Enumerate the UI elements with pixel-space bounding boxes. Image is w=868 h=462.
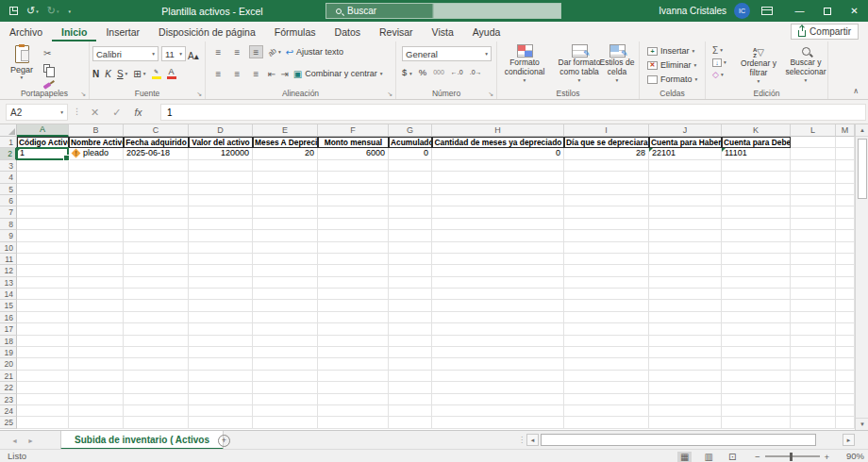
cell-K20[interactable] — [722, 358, 791, 370]
cell-A18[interactable] — [17, 336, 69, 347]
cell-E16[interactable] — [253, 312, 318, 323]
cell-E23[interactable] — [253, 394, 318, 405]
zoom-level[interactable]: 90% — [846, 451, 864, 461]
cell-L15[interactable] — [791, 300, 836, 311]
normal-view-button[interactable]: ▦ — [677, 452, 692, 462]
cell-F10[interactable] — [318, 242, 389, 254]
cell-I6[interactable] — [564, 195, 649, 206]
user-name[interactable]: Ivanna Cristales — [659, 6, 726, 16]
cell-E5[interactable] — [253, 184, 318, 195]
row-header-20[interactable]: 20 — [0, 358, 17, 370]
cell-J1[interactable]: Cuenta para Haber — [649, 137, 722, 148]
font-color-button[interactable]: A — [167, 69, 176, 79]
row-header-25[interactable]: 25 — [0, 417, 17, 428]
cell-C16[interactable] — [124, 312, 189, 323]
cell-K23[interactable] — [722, 394, 791, 405]
cell-D17[interactable] — [189, 323, 253, 335]
cell-H25[interactable] — [432, 417, 564, 428]
cell-B20[interactable] — [69, 358, 124, 370]
align-top-button[interactable]: ≡ — [211, 45, 225, 58]
dialog-launcher-icon[interactable]: ↘ — [80, 91, 86, 98]
horizontal-scroll-thumb[interactable] — [541, 434, 816, 446]
vertical-scrollbar[interactable]: ▲ ▼ — [855, 124, 868, 430]
cell-C13[interactable] — [124, 277, 189, 289]
cell-L18[interactable] — [791, 336, 836, 347]
tab-insertar[interactable]: Insertar — [96, 24, 149, 41]
cell-L25[interactable] — [791, 417, 836, 428]
customize-qat-button[interactable]: ▾ — [67, 8, 71, 14]
cell-B11[interactable] — [69, 254, 124, 265]
cell-A21[interactable] — [17, 371, 69, 382]
cell-J16[interactable] — [649, 312, 722, 323]
column-header-K[interactable]: K — [722, 124, 791, 137]
cell-I11[interactable] — [564, 254, 649, 265]
cell-K13[interactable] — [722, 277, 791, 289]
cell-K15[interactable] — [722, 300, 791, 311]
cell-F19[interactable] — [318, 347, 389, 358]
cell-L19[interactable] — [791, 347, 836, 358]
cell-L23[interactable] — [791, 394, 836, 405]
cell-I2[interactable]: 28 — [564, 148, 649, 159]
cell-E18[interactable] — [253, 336, 318, 347]
grow-font-button[interactable]: A▴ — [188, 46, 199, 61]
number-format-select[interactable]: General▾ — [402, 46, 492, 61]
cell-I14[interactable] — [564, 289, 649, 300]
spreadsheet[interactable]: ABCDEFGHIJKLM1Código ActivoNombre Activo… — [0, 124, 855, 430]
cell-H20[interactable] — [432, 358, 564, 370]
row-header-18[interactable]: 18 — [0, 336, 17, 347]
cell-J10[interactable] — [649, 242, 722, 254]
cell-K24[interactable] — [722, 405, 791, 417]
align-bottom-button[interactable]: ≡ — [249, 45, 263, 58]
cell-L6[interactable] — [791, 195, 836, 206]
formula-input[interactable]: 1 — [160, 104, 866, 121]
minimize-button[interactable]: — — [786, 0, 813, 22]
cell-C17[interactable] — [124, 323, 189, 335]
cell-H14[interactable] — [432, 289, 564, 300]
cell-K8[interactable] — [722, 219, 791, 230]
column-header-J[interactable]: J — [649, 124, 722, 137]
sheet-tab-active[interactable]: Subida de inventario ( Activos — [60, 431, 224, 450]
bold-button[interactable]: N — [92, 69, 99, 79]
cell-G17[interactable] — [389, 323, 432, 335]
cell-G9[interactable] — [389, 230, 432, 241]
share-button[interactable]: Compartir — [791, 24, 859, 40]
insert-function-button[interactable]: fx — [134, 107, 142, 118]
cell-I10[interactable] — [564, 242, 649, 254]
row-header-14[interactable]: 14 — [0, 289, 17, 300]
cell-B2[interactable]: !pleado — [69, 148, 124, 159]
clear-button[interactable]: ◇▾ — [712, 69, 726, 80]
cell-F8[interactable] — [318, 219, 389, 230]
cell-B5[interactable] — [69, 184, 124, 195]
next-sheet-icon[interactable]: ► — [27, 437, 34, 444]
cell-G1[interactable]: Acumulado — [389, 137, 432, 148]
cell-J23[interactable] — [649, 394, 722, 405]
delete-cells-button[interactable]: ✕Eliminar▾ — [647, 60, 696, 70]
cell-D11[interactable] — [189, 254, 253, 265]
cell-L1[interactable] — [791, 137, 836, 148]
cell-A10[interactable] — [17, 242, 69, 254]
column-header-E[interactable]: E — [253, 124, 318, 137]
cell-G10[interactable] — [389, 242, 432, 254]
cell-L17[interactable] — [791, 323, 836, 335]
cell-J24[interactable] — [649, 405, 722, 417]
cell-B12[interactable] — [69, 265, 124, 276]
cell-E20[interactable] — [253, 358, 318, 370]
cell-C25[interactable] — [124, 417, 189, 428]
cell-I18[interactable] — [564, 336, 649, 347]
row-header-4[interactable]: 4 — [0, 172, 17, 183]
cell-B16[interactable] — [69, 312, 124, 323]
fill-color-button[interactable]: ✎ — [152, 68, 161, 79]
conditional-formatting-button[interactable]: Formato condicional▾ — [501, 44, 548, 86]
cell-F2[interactable]: 6000 — [318, 148, 389, 159]
cell-K6[interactable] — [722, 195, 791, 206]
cell-K4[interactable] — [722, 172, 791, 183]
cell-B24[interactable] — [69, 405, 124, 417]
cell-D12[interactable] — [189, 265, 253, 276]
cell-B14[interactable] — [69, 289, 124, 300]
cell-K18[interactable] — [722, 336, 791, 347]
cell-H3[interactable] — [432, 160, 564, 172]
cell-C2[interactable]: 2025-06-18 — [124, 148, 189, 159]
row-header-19[interactable]: 19 — [0, 347, 17, 358]
align-middle-button[interactable]: ≡ — [230, 45, 244, 58]
cell-E13[interactable] — [253, 277, 318, 289]
